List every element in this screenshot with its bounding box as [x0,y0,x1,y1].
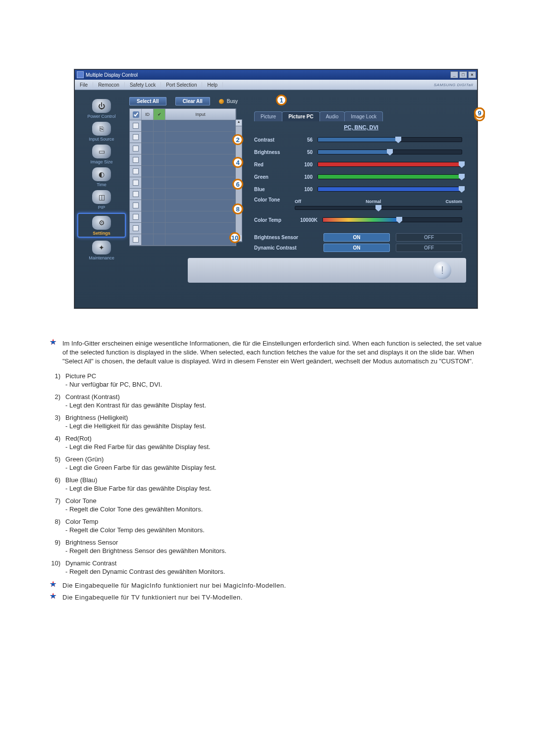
sidebar-item-settings[interactable]: ⚙ Settings [77,213,126,238]
grid-col-id[interactable]: ID [142,109,154,120]
table-row[interactable] [130,211,236,223]
table-row[interactable] [130,143,236,154]
star-icon [50,592,58,603]
select-all-checkbox[interactable] [133,111,139,118]
color-tone-label: Color Tone [254,197,290,202]
info-grid: ID ✔ Input [129,108,236,246]
menu-safety-lock[interactable]: Safety Lock [125,82,161,88]
table-row[interactable] [130,200,236,211]
grid-col-status[interactable]: ✔ [154,109,165,120]
color-temp-value: 10000K [295,217,318,223]
dynamic-contrast-row: Dynamic Contrast ON OFF [250,244,472,252]
list-title: Brightness (Helligkeit) [65,414,128,421]
sidebar-item-image-size[interactable]: ▭ Image Size [79,145,124,164]
window-close-button[interactable]: × [468,71,476,78]
green-slider[interactable] [318,174,462,179]
grid-col-check[interactable] [130,109,142,120]
scroll-up-button[interactable]: ▲ [236,120,242,126]
dynamic-contrast-on[interactable]: ON [323,244,390,252]
bottom-bar: ! [188,258,466,283]
list-number: 6) [50,476,60,492]
contrast-value: 56 [295,137,313,143]
table-row[interactable] [130,120,236,132]
tab-image-lock[interactable]: Image Lock [344,111,383,121]
list-number: 8) [50,518,60,534]
clear-all-button[interactable]: Clear All [175,97,210,105]
sidebar-item-pip[interactable]: ◫ PIP [79,190,124,210]
tone-option-normal: Normal [366,199,381,204]
list-number: 9) [50,539,60,554]
app-window: Multiple Display Control _ □ × File Remo… [74,69,478,308]
sidebar-item-time[interactable]: ◐ Time [79,167,124,187]
sidebar-label: Power Control [79,114,124,119]
brightness-slider[interactable] [318,150,462,154]
list-sub: - Legt den Kontrast für das gewählte Dis… [65,402,485,409]
dynamic-contrast-off[interactable]: OFF [396,244,462,252]
callout-8: 8 [232,203,243,214]
dynamic-contrast-label: Dynamic Contrast [254,245,318,251]
list-title: Contrast (Kontrast) [65,393,120,401]
table-row[interactable] [130,166,236,177]
list-title: Picture PC [65,372,96,380]
brightness-sensor-on[interactable]: ON [323,233,390,242]
window-maximize-button[interactable]: □ [459,71,467,78]
sidebar-label: Settings [79,231,124,236]
list-title: Red(Rot) [65,435,92,442]
grid-header: ID ✔ Input [129,108,236,120]
note-2: Die Eingabequelle für TV funktioniert nu… [62,593,243,602]
blue-label: Blue [254,187,290,192]
green-value: 100 [295,174,313,180]
callout-2: 2 [232,134,243,145]
app-icon [77,71,84,78]
tab-picture-pc[interactable]: Picture PC [282,111,320,121]
sidebar-item-power-control[interactable]: ⏻ Power Control [79,99,124,119]
list-sub: - Regelt den Dynamic Contrast des gewähl… [65,568,485,575]
select-all-button[interactable]: Select All [129,97,166,105]
color-temp-slider[interactable] [322,217,462,222]
callout-4: 4 [232,157,243,168]
color-tone-slider[interactable]: Off Normal Custom [295,199,462,204]
star-icon [50,580,58,591]
list-number: 5) [50,455,60,471]
menu-remocon[interactable]: Remocon [93,82,125,88]
main-toolbar: Select All Clear All Busy [129,97,472,105]
list-number: 7) [50,497,60,513]
window-minimize-button[interactable]: _ [450,71,458,78]
busy-indicator: Busy [219,99,238,104]
sidebar-item-input-source[interactable]: ⎘ Input Source [79,122,124,142]
table-row[interactable] [130,223,236,234]
green-row: Green 100 5 [254,172,462,181]
red-row: Red 100 [254,160,462,169]
blue-slider[interactable] [318,187,462,192]
menu-help[interactable]: Help [202,82,223,88]
red-slider[interactable] [318,162,462,167]
list-sub: - Regelt die Color Tone des gewählten Mo… [65,505,485,513]
brightness-row: Brightness 50 3 [254,148,462,156]
menu-file[interactable]: File [75,82,93,88]
grid-col-input[interactable]: Input [165,109,236,120]
table-row[interactable] [130,189,236,200]
document-body: Im Info-Gitter erscheinen einige wesentl… [50,338,485,603]
info-icon[interactable]: ! [433,261,451,279]
image-size-icon: ▭ [92,145,111,158]
contrast-slider[interactable] [318,137,462,142]
tab-audio[interactable]: Audio [320,111,345,121]
table-row[interactable] [130,234,236,246]
list-number: 1) [50,372,60,388]
table-row[interactable] [130,177,236,189]
sidebar-label: Maintenance [79,255,124,260]
callout-6: 6 [232,179,243,190]
sidebar-label: Input Source [79,137,124,142]
contrast-row: Contrast 56 [254,135,462,144]
list-title: Green (Grün) [65,455,104,463]
brightness-sensor-off[interactable]: OFF [396,233,462,242]
sidebar-item-maintenance[interactable]: ✦ Maintenance [79,241,124,260]
window-titlebar[interactable]: Multiple Display Control _ □ × [75,70,477,80]
table-row[interactable] [130,132,236,143]
callout-1: 1 [276,95,287,105]
tab-picture[interactable]: Picture [254,111,282,121]
table-row[interactable] [130,154,236,166]
sidebar-label: Time [79,182,124,187]
contrast-label: Contrast [254,137,290,143]
menu-port-selection[interactable]: Port Selection [161,82,202,88]
